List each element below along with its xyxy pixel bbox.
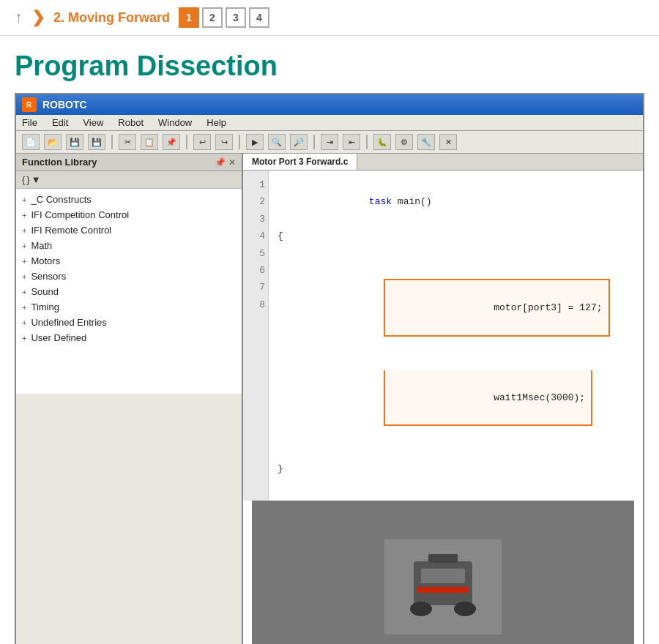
tree-container: + _C Constructs + IFI Competition Contro…: [16, 189, 242, 394]
toolbar-indent[interactable]: ⇥: [321, 134, 338, 150]
menu-view[interactable]: View: [83, 117, 103, 128]
nav-bracket: ❯: [31, 8, 45, 27]
nav-back-arrow[interactable]: ↑: [15, 8, 23, 27]
menu-help[interactable]: Help: [206, 117, 226, 128]
panel-close[interactable]: ✕: [228, 157, 236, 168]
menu-file[interactable]: File: [22, 117, 37, 128]
toolbar-sep2: [186, 135, 187, 149]
code-tab[interactable]: Motor Port 3 Forward.c: [243, 154, 357, 170]
code-wait: wait1Msec(3000);: [494, 392, 585, 403]
tree-expand-btn[interactable]: { } ▼: [22, 174, 41, 185]
line-6: 6: [246, 262, 265, 279]
toolbar-save2[interactable]: 💾: [88, 134, 105, 150]
line-1: 1: [246, 176, 265, 193]
code-line-8: [278, 478, 634, 495]
brace-close-icon: }: [26, 174, 29, 185]
expand-icon: +: [22, 257, 26, 266]
expand-icon: +: [22, 288, 26, 296]
code-line-7: }: [278, 460, 634, 477]
toolbar: 📄 📂 💾 💾 ✂ 📋 📌 ↩ ↪ ▶ 🔍 🔎 ⇥ ⇤ 🐛: [16, 131, 643, 154]
code-line-4: motor[port3] = 127;: [278, 262, 634, 353]
keyword-task: task: [369, 196, 392, 207]
line-5: 5: [246, 245, 265, 262]
toolbar-settings[interactable]: ⚙: [395, 134, 413, 150]
toolbar-undo[interactable]: ↩: [193, 134, 211, 150]
expand-icon: +: [22, 272, 26, 281]
editor-area: Function Library 📌 ✕ { } ▼: [16, 154, 643, 644]
menu-robot[interactable]: Robot: [118, 117, 144, 128]
nav-buttons: 1 2 3 4: [179, 7, 269, 28]
panel-pin[interactable]: 📌: [215, 157, 226, 168]
tree-item-undefined[interactable]: + Undefined Entries: [16, 315, 242, 330]
code-content[interactable]: task main() { motor[port3] = 127;: [269, 171, 643, 501]
nav-btn-2[interactable]: 2: [202, 7, 223, 28]
brace-icon: {: [22, 174, 25, 185]
nav-btn-1[interactable]: 1: [179, 7, 199, 28]
tree-item-sound[interactable]: + Sound: [16, 284, 242, 299]
code-motor: motor[port3] = 127;: [494, 302, 602, 313]
nav-title: 2. Moving Forward: [53, 10, 170, 26]
line-numbers: 1 2 3 4 5 6 7 8: [243, 171, 269, 501]
expand-icon: +: [22, 226, 26, 235]
video-area: [252, 501, 634, 644]
panel-header: Function Library 📌 ✕: [16, 154, 242, 171]
toolbar-sep3: [239, 135, 240, 149]
tree-item-label: Undefined Entries: [31, 317, 106, 328]
toolbar-outdent[interactable]: ⇤: [343, 134, 360, 150]
robotc-window: R ROBOTC File Edit View Robot Window Hel…: [15, 93, 644, 644]
nav-btn-3[interactable]: 3: [226, 7, 246, 28]
line-4: 4: [246, 228, 265, 244]
toolbar-copy[interactable]: 📋: [141, 134, 158, 150]
robotc-icon: R: [22, 97, 37, 112]
toolbar-x[interactable]: ✕: [439, 134, 457, 150]
expand-icon: +: [22, 211, 26, 220]
panel-controls: 📌 ✕: [215, 157, 236, 168]
line-7: 7: [246, 279, 265, 296]
nav-btn-4[interactable]: 4: [249, 7, 269, 28]
keyword-main: main(): [398, 196, 432, 207]
svg-rect-4: [421, 569, 465, 583]
toolbar-sep4: [313, 135, 315, 149]
expand-icon: +: [22, 195, 26, 204]
panel-title: Function Library: [22, 157, 97, 168]
tree-item-ifi-comp[interactable]: + IFI Competition Control: [16, 207, 242, 222]
tree-item-label: Motors: [31, 255, 60, 266]
tree-item-motors[interactable]: + Motors: [16, 253, 242, 269]
robot-image: [384, 539, 502, 634]
code-area: Motor Port 3 Forward.c 1 2 3 4 5 6 7 8: [243, 154, 643, 644]
toolbar-save[interactable]: 💾: [66, 134, 83, 150]
toolbar-paste[interactable]: 📌: [163, 134, 180, 150]
toolbar-run[interactable]: ▶: [246, 134, 264, 150]
toolbar-sep1: [111, 135, 113, 149]
tree-item-ifi-remote[interactable]: + IFI Remote Control: [16, 222, 242, 238]
tree-item-label: Timing: [31, 302, 59, 312]
code-line-5: wait1Msec(3000);: [278, 353, 634, 443]
main-content: R ROBOTC File Edit View Robot Window Hel…: [0, 93, 659, 644]
tree-item-timing[interactable]: + Timing: [16, 299, 242, 315]
tree-item-label: IFI Remote Control: [31, 225, 111, 236]
toolbar-open[interactable]: 📂: [44, 134, 62, 150]
svg-point-5: [410, 602, 432, 616]
code-line-1: task main(): [278, 176, 634, 228]
toolbar-find[interactable]: 🔍: [268, 134, 286, 150]
tree-item-c-constructs-root[interactable]: + _C Constructs: [16, 192, 242, 207]
menu-window[interactable]: Window: [158, 117, 192, 128]
toolbar-debug[interactable]: 🐛: [373, 134, 391, 150]
expand-icon: +: [22, 303, 26, 312]
tree-item-sensors[interactable]: + Sensors: [16, 269, 242, 284]
tree-item-user-defined[interactable]: + User Defined: [16, 330, 242, 345]
toolbar-redo[interactable]: ↪: [215, 134, 233, 150]
toolbar-search2[interactable]: 🔎: [290, 134, 308, 150]
code-editor[interactable]: 1 2 3 4 5 6 7 8 task main(): [243, 171, 643, 501]
tree-item-label: Sensors: [31, 271, 66, 282]
tree-item-math[interactable]: + Math: [16, 238, 242, 253]
toolbar-new[interactable]: 📄: [22, 134, 40, 150]
top-nav: ↑ ❯ 2. Moving Forward 1 2 3 4: [0, 0, 659, 36]
toolbar-cut[interactable]: ✂: [119, 134, 136, 150]
expand-icon: +: [22, 242, 26, 250]
page-container: ↑ ❯ 2. Moving Forward 1 2 3 4 Program Di…: [0, 0, 659, 644]
menu-edit[interactable]: Edit: [52, 117, 68, 128]
toolbar-settings2[interactable]: 🔧: [417, 134, 435, 150]
title-bar: R ROBOTC: [16, 94, 643, 115]
line-3: 3: [246, 211, 265, 228]
